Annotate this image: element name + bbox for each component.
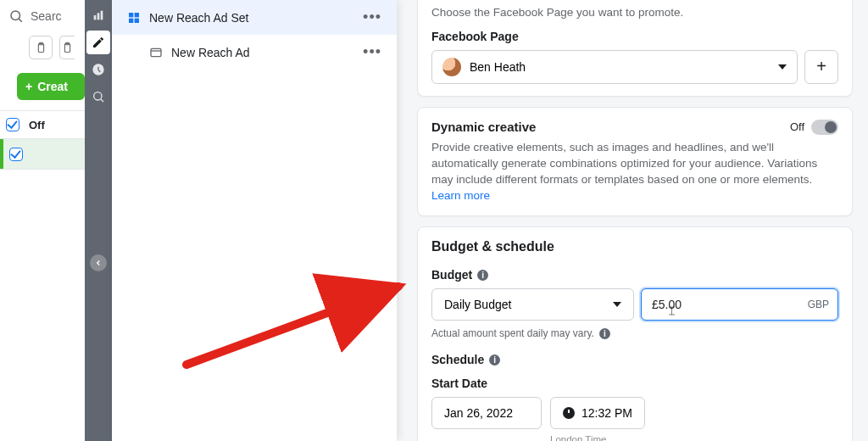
- ad-more-button[interactable]: •••: [359, 43, 385, 61]
- selected-row[interactable]: [0, 139, 88, 170]
- svg-rect-13: [129, 18, 133, 22]
- toggle-switch: [811, 120, 838, 135]
- collapse-toolbar-button[interactable]: [90, 254, 107, 271]
- plus-icon: +: [816, 57, 826, 76]
- start-time-field[interactable]: 12:32 PM: [550, 397, 645, 429]
- budget-section-title: Budget & schedule: [431, 239, 838, 254]
- bar-chart-icon: [92, 8, 105, 22]
- budget-label: Budget i: [431, 268, 838, 282]
- clock-icon: [563, 407, 575, 419]
- start-date-label: Start Date: [431, 377, 838, 390]
- svg-line-1: [19, 19, 21, 21]
- svg-rect-15: [151, 48, 161, 56]
- dynamic-description: Provide creative elements, such as image…: [431, 141, 817, 186]
- table-header: Off: [0, 110, 88, 139]
- svg-rect-11: [129, 13, 133, 17]
- search-icon: [8, 8, 24, 24]
- budget-schedule-card: Budget & schedule Budget i Daily Budget …: [417, 226, 853, 441]
- create-button[interactable]: + Creat: [17, 73, 85, 100]
- svg-line-10: [101, 99, 103, 102]
- info-icon[interactable]: i: [477, 270, 488, 281]
- svg-rect-8: [101, 11, 103, 20]
- search-placeholder: Searc: [31, 9, 62, 23]
- budget-type-value: Daily Budget: [444, 298, 511, 311]
- ad-label: New Reach Ad: [171, 46, 359, 59]
- ad-icon: [149, 46, 163, 59]
- budget-type-select[interactable]: Daily Budget: [431, 288, 634, 321]
- svg-rect-12: [135, 13, 139, 17]
- search-row[interactable]: Searc: [0, 5, 88, 32]
- adset-item[interactable]: New Reach Ad Set •••: [112, 0, 397, 35]
- start-time-value: 12:32 PM: [581, 406, 632, 420]
- dynamic-creative-card: Dynamic creative Off Provide creative el…: [417, 107, 853, 217]
- dynamic-toggle[interactable]: Off: [790, 120, 838, 135]
- timezone-label: London Time: [550, 434, 838, 441]
- budget-amount-field[interactable]: GBP ⌶: [641, 288, 838, 321]
- add-page-button[interactable]: +: [804, 50, 838, 84]
- clipboard-icon: [61, 42, 74, 54]
- tool-search[interactable]: [85, 83, 112, 110]
- chevron-down-icon: [613, 302, 621, 307]
- svg-point-0: [11, 11, 20, 20]
- tool-chart[interactable]: [85, 2, 112, 29]
- start-date-field[interactable]: Jan 26, 2022: [431, 397, 542, 429]
- clipboard-row: [0, 32, 88, 68]
- app-root: Searc + Creat Off: [0, 0, 868, 441]
- avatar: [442, 58, 461, 76]
- page-label: Facebook Page: [431, 30, 838, 43]
- chevron-left-icon: [94, 259, 103, 267]
- learn-more-link[interactable]: Learn more: [431, 189, 490, 202]
- budget-helper: Actual amount spent daily may vary. i: [431, 327, 838, 339]
- ad-structure-panel: New Reach Ad Set ••• New Reach Ad •••: [112, 0, 397, 441]
- magnifier-icon: [92, 90, 105, 103]
- page-select[interactable]: Ben Heath: [431, 50, 798, 84]
- clock-icon: [92, 63, 105, 76]
- vertical-toolbar: [85, 0, 112, 441]
- create-button-label: Creat: [37, 80, 68, 93]
- clipboard-icon: [35, 42, 47, 54]
- clipboard-button-1[interactable]: [29, 36, 53, 59]
- budget-currency: GBP: [808, 299, 829, 310]
- page-card: Choose the Facebook Page you want to pro…: [417, 0, 853, 97]
- header-column-label: Off: [25, 119, 45, 131]
- plus-icon: +: [25, 80, 32, 93]
- budget-amount-input[interactable]: [652, 298, 737, 311]
- svg-rect-6: [94, 15, 97, 20]
- campaign-list-column: Searc + Creat Off: [0, 0, 89, 441]
- clipboard-button-2[interactable]: [59, 36, 75, 59]
- svg-rect-14: [135, 18, 139, 22]
- adset-label: New Reach Ad Set: [149, 11, 359, 25]
- dynamic-toggle-state: Off: [790, 120, 804, 133]
- adset-more-button[interactable]: •••: [359, 8, 385, 26]
- header-checkbox[interactable]: [0, 118, 25, 131]
- tool-edit[interactable]: [86, 31, 110, 54]
- chevron-down-icon: [778, 64, 787, 70]
- adset-icon: [127, 11, 141, 25]
- row-checkbox[interactable]: [3, 148, 29, 161]
- tool-history[interactable]: [85, 56, 112, 83]
- svg-rect-7: [97, 13, 100, 20]
- pencil-icon: [92, 36, 105, 49]
- dynamic-description-wrap: Provide creative elements, such as image…: [431, 140, 838, 204]
- start-date-value: Jan 26, 2022: [444, 406, 513, 420]
- ad-item[interactable]: New Reach Ad •••: [112, 35, 397, 70]
- schedule-label: Schedule i: [431, 353, 838, 366]
- settings-column: Choose the Facebook Page you want to pro…: [405, 0, 868, 441]
- page-instruction: Choose the Facebook Page you want to pro…: [431, 5, 838, 21]
- page-name: Ben Heath: [470, 60, 526, 74]
- info-icon[interactable]: i: [489, 354, 500, 366]
- dynamic-title: Dynamic creative: [431, 120, 536, 134]
- svg-point-9: [94, 92, 102, 100]
- info-icon[interactable]: i: [599, 328, 610, 339]
